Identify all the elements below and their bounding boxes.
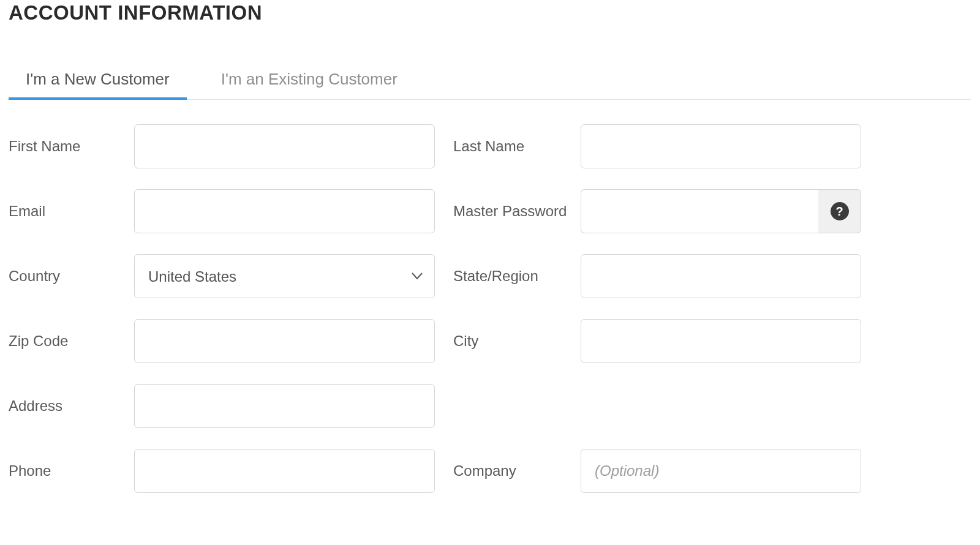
city-label: City <box>453 333 581 350</box>
state-region-input[interactable] <box>581 254 861 298</box>
master-password-label: Master Password <box>453 203 581 220</box>
master-password-help-button[interactable]: ? <box>818 189 861 233</box>
email-input[interactable] <box>134 189 435 233</box>
tab-existing-customer[interactable]: I'm an Existing Customer <box>204 61 415 100</box>
first-name-label: First Name <box>9 138 134 155</box>
address-label: Address <box>9 397 134 415</box>
tabs: I'm a New Customer I'm an Existing Custo… <box>9 61 971 100</box>
email-label: Email <box>9 203 134 220</box>
last-name-label: Last Name <box>453 138 581 155</box>
tab-new-customer[interactable]: I'm a New Customer <box>9 61 187 100</box>
country-select[interactable]: United States <box>134 254 435 298</box>
state-region-label: State/Region <box>453 268 581 285</box>
section-title: ACCOUNT INFORMATION <box>9 0 971 24</box>
phone-input[interactable] <box>134 449 435 493</box>
master-password-input[interactable] <box>581 189 818 233</box>
company-input[interactable] <box>581 449 861 493</box>
help-icon: ? <box>831 202 849 220</box>
zip-code-input[interactable] <box>134 319 435 363</box>
account-form: First Name Last Name Email Master Passwo… <box>9 124 971 493</box>
last-name-input[interactable] <box>581 124 861 168</box>
country-label: Country <box>9 268 134 285</box>
city-input[interactable] <box>581 319 861 363</box>
phone-label: Phone <box>9 462 134 479</box>
zip-code-label: Zip Code <box>9 333 134 350</box>
first-name-input[interactable] <box>134 124 435 168</box>
address-input[interactable] <box>134 384 435 428</box>
company-label: Company <box>453 462 581 479</box>
